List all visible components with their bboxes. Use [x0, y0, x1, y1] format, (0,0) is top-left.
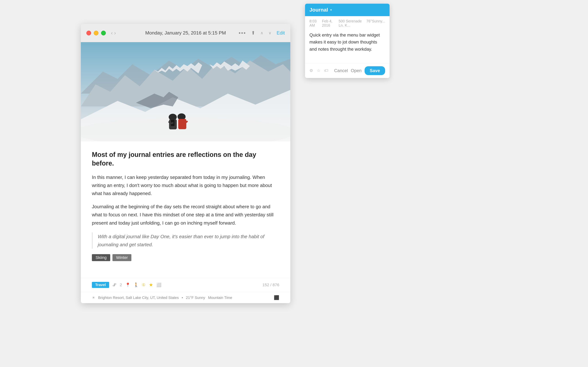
prev-entry-button[interactable]: ‹	[111, 30, 113, 36]
attachment-count: 2	[120, 283, 122, 287]
widget-title: Journal	[310, 7, 328, 13]
pagination: 152 / 876	[262, 283, 279, 287]
widget-pointer	[344, 4, 351, 4]
next-nav-icon[interactable]: ∨	[268, 31, 271, 35]
widget-time: 8:03 AM	[310, 19, 319, 27]
widget-weather: 76°Sunny...	[366, 19, 385, 27]
save-button[interactable]: Save	[364, 66, 385, 75]
weather-separator: •	[182, 296, 183, 300]
tag-winter[interactable]: Winter	[112, 254, 131, 261]
photo-thumb-icon: ⬜	[156, 283, 161, 287]
journal-blockquote: With a digital journal like Day One, it'…	[92, 233, 279, 249]
journal-window: ‹ › Monday, January 25, 2016 at 5:15 PM …	[81, 24, 290, 303]
prev-nav-icon[interactable]: ∧	[260, 31, 263, 35]
close-button[interactable]	[86, 31, 91, 35]
next-entry-button[interactable]: ›	[114, 30, 116, 36]
weather-icon: ☀	[92, 295, 95, 300]
weather-text: 21°F Sunny	[186, 296, 205, 300]
journal-paragraph-2: Journaling at the beginning of the day s…	[92, 203, 279, 227]
traffic-lights	[86, 31, 106, 35]
titlebar: ‹ › Monday, January 25, 2016 at 5:15 PM …	[81, 24, 290, 42]
location-icon: 📍	[125, 283, 130, 287]
bottom-bar: Travel 🖇 2 📍 🚶 ① ★ ⬜ 152 / 876	[81, 278, 290, 292]
journal-content: Most of my journal entries are reflectio…	[81, 141, 290, 278]
paperclip-icon: 🖇	[112, 283, 116, 287]
cancel-button[interactable]: Cancel	[334, 68, 348, 73]
nav-arrows: ‹ ›	[111, 30, 116, 36]
widget-meta: 8:03 AM Feb 4, 2016 500 Serenade Ln. K..…	[305, 16, 389, 29]
tag-icon[interactable]: 🏷	[324, 68, 328, 73]
journal-paragraph-1: In this manner, I can keep yesterday sep…	[92, 173, 279, 198]
activity-icon: 🚶	[134, 283, 138, 287]
journal-entry-input[interactable]	[305, 29, 389, 62]
settings-icon[interactable]: ⚙	[310, 68, 313, 73]
tag-travel[interactable]: Travel	[92, 282, 109, 288]
maximize-button[interactable]	[101, 31, 106, 35]
widget-date: Feb 4, 2016	[322, 19, 335, 27]
mountain-background	[81, 42, 290, 141]
titlebar-actions: ••• ⬆ ∧ ∨ Edit	[239, 30, 285, 36]
more-options-icon[interactable]: •••	[239, 30, 246, 36]
menu-bar-widget: Journal ▾ 8:03 AM Feb 4, 2016 500 Serena…	[305, 4, 389, 78]
widget-location: 500 Serenade Ln. K...	[339, 19, 363, 27]
journal-photo	[81, 42, 290, 141]
footer-bar: ☀ Brighton Resort, Salt Lake City, UT, U…	[81, 292, 290, 303]
weather-circle-icon: ①	[142, 283, 146, 287]
widget-footer: ⚙ ☆ 🏷 Cancel Open Save	[305, 63, 389, 78]
widget-header: Journal ▾	[305, 4, 389, 16]
timezone-text: Mountain Time	[208, 296, 232, 300]
tag-skiing[interactable]: Skiing	[92, 254, 110, 261]
location-text: Brighton Resort, Salt Lake City, UT, Uni…	[98, 296, 179, 300]
edit-button[interactable]: Edit	[277, 30, 285, 36]
add-photo-icon[interactable]: ⬛	[274, 295, 279, 300]
tags-row: Skiing Winter	[92, 254, 279, 261]
widget-actions: Cancel Open Save	[334, 66, 385, 75]
widget-dropdown-icon[interactable]: ▾	[330, 8, 332, 12]
open-button[interactable]: Open	[351, 68, 362, 73]
svg-rect-12	[178, 119, 186, 129]
journal-title: Most of my journal entries are reflectio…	[92, 150, 279, 168]
entry-date: Monday, January 25, 2016 at 5:15 PM	[145, 30, 226, 36]
favorite-star-icon[interactable]: ★	[149, 282, 153, 288]
minimize-button[interactable]	[94, 31, 98, 35]
share-icon[interactable]: ⬆	[251, 30, 255, 36]
star-icon[interactable]: ☆	[317, 68, 320, 73]
